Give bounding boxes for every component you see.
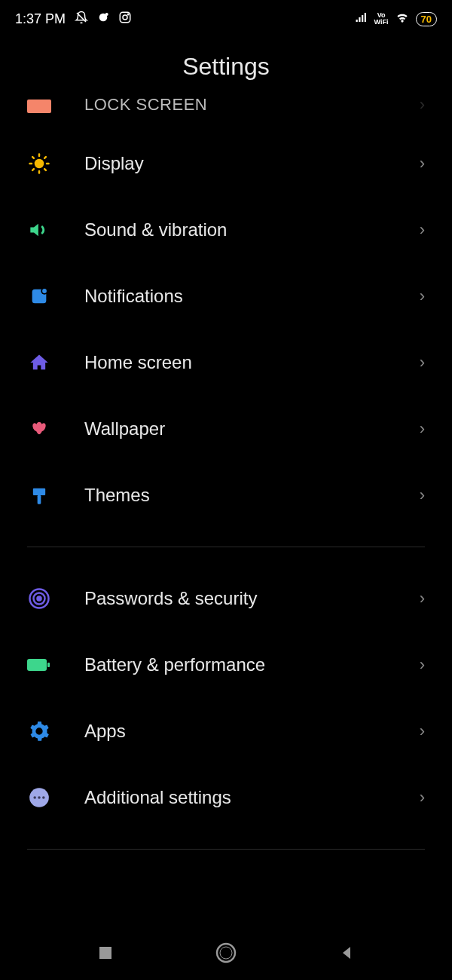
settings-item-notifications[interactable]: Notifications › <box>0 263 452 329</box>
chevron-right-icon: › <box>420 655 425 675</box>
chevron-right-icon: › <box>420 154 425 173</box>
svg-point-21 <box>42 289 47 293</box>
gear-icon <box>27 719 51 743</box>
battery-icon <box>27 653 51 677</box>
svg-rect-6 <box>359 17 360 22</box>
svg-rect-25 <box>38 495 41 504</box>
flower-icon <box>27 417 51 441</box>
svg-rect-8 <box>364 13 365 22</box>
svg-line-18 <box>44 157 46 158</box>
svg-line-13 <box>32 157 34 158</box>
settings-item-home-screen[interactable]: Home screen › <box>0 329 452 396</box>
settings-item-passwords[interactable]: Passwords & security › <box>0 565 452 632</box>
wifi-icon <box>395 10 410 29</box>
item-label: Notifications <box>84 286 386 307</box>
svg-point-10 <box>35 159 44 169</box>
settings-item-themes[interactable]: Themes › <box>0 462 452 528</box>
notifications-icon <box>27 284 51 308</box>
battery-indicator: 70 <box>416 12 437 26</box>
vowifi-icon: VoWiFi <box>374 12 389 26</box>
nav-recent-button[interactable] <box>90 938 121 968</box>
svg-line-14 <box>44 169 46 170</box>
svg-line-17 <box>32 169 34 170</box>
settings-item-apps[interactable]: Apps › <box>0 698 452 764</box>
settings-item-sound[interactable]: Sound & vibration › <box>0 197 452 263</box>
record-icon <box>97 11 109 27</box>
battery-level: 70 <box>421 14 432 25</box>
chevron-right-icon: › <box>420 485 425 505</box>
dnd-icon <box>75 11 88 28</box>
svg-rect-35 <box>99 947 111 959</box>
signal-icon <box>355 11 368 28</box>
svg-rect-24 <box>33 488 45 495</box>
svg-point-4 <box>127 14 129 15</box>
svg-point-33 <box>38 796 41 799</box>
chevron-right-icon: › <box>420 788 425 807</box>
chevron-right-icon: › <box>420 95 425 115</box>
svg-point-34 <box>42 796 45 799</box>
nav-home-button[interactable] <box>211 938 241 968</box>
chevron-right-icon: › <box>420 721 425 741</box>
brush-icon <box>27 483 51 507</box>
instagram-icon <box>118 11 132 28</box>
settings-group-1: Lock screen › Display › Sound & vibratio… <box>0 93 452 528</box>
svg-rect-5 <box>356 20 357 22</box>
settings-item-battery[interactable]: Battery & performance › <box>0 632 452 698</box>
settings-item-lock-screen[interactable]: Lock screen › <box>0 93 452 130</box>
home-icon <box>27 351 51 375</box>
speaker-icon <box>27 218 51 242</box>
settings-item-wallpaper[interactable]: Wallpaper › <box>0 396 452 462</box>
svg-point-1 <box>105 13 108 16</box>
item-label: Lock screen <box>84 95 386 115</box>
item-label: Themes <box>84 485 386 506</box>
chevron-right-icon: › <box>420 589 425 608</box>
status-left: 1:37 PM <box>15 11 132 28</box>
more-icon <box>27 786 51 810</box>
svg-rect-7 <box>362 15 363 22</box>
item-label: Sound & vibration <box>84 219 386 240</box>
item-label: Additional settings <box>84 787 386 808</box>
page-title: Settings <box>0 53 452 81</box>
lock-screen-icon <box>27 93 51 117</box>
chevron-right-icon: › <box>420 286 425 306</box>
chevron-right-icon: › <box>420 353 425 372</box>
svg-point-28 <box>38 597 41 601</box>
item-label: Wallpaper <box>84 418 386 439</box>
chevron-right-icon: › <box>420 220 425 240</box>
item-label: Passwords & security <box>84 588 386 609</box>
item-label: Battery & performance <box>84 654 386 675</box>
settings-item-display[interactable]: Display › <box>0 130 452 197</box>
svg-point-32 <box>33 796 36 799</box>
item-label: Display <box>84 153 386 174</box>
status-time: 1:37 PM <box>15 11 66 27</box>
sun-icon <box>27 152 51 176</box>
settings-group-2: Passwords & security › Battery & perform… <box>0 565 452 831</box>
svg-rect-29 <box>27 659 47 671</box>
divider <box>27 547 425 547</box>
fingerprint-icon <box>27 586 51 611</box>
divider <box>27 849 425 850</box>
nav-bar <box>0 926 452 980</box>
settings-item-additional[interactable]: Additional settings › <box>0 764 452 831</box>
status-right: VoWiFi 70 <box>355 10 437 29</box>
chevron-right-icon: › <box>420 419 425 439</box>
svg-rect-30 <box>47 663 50 667</box>
status-bar: 1:37 PM VoWiFi 70 <box>0 0 452 38</box>
svg-rect-9 <box>27 100 51 113</box>
nav-back-button[interactable] <box>331 938 362 968</box>
svg-point-3 <box>123 15 127 20</box>
item-label: Apps <box>84 721 386 742</box>
item-label: Home screen <box>84 352 386 373</box>
svg-point-37 <box>220 947 232 959</box>
